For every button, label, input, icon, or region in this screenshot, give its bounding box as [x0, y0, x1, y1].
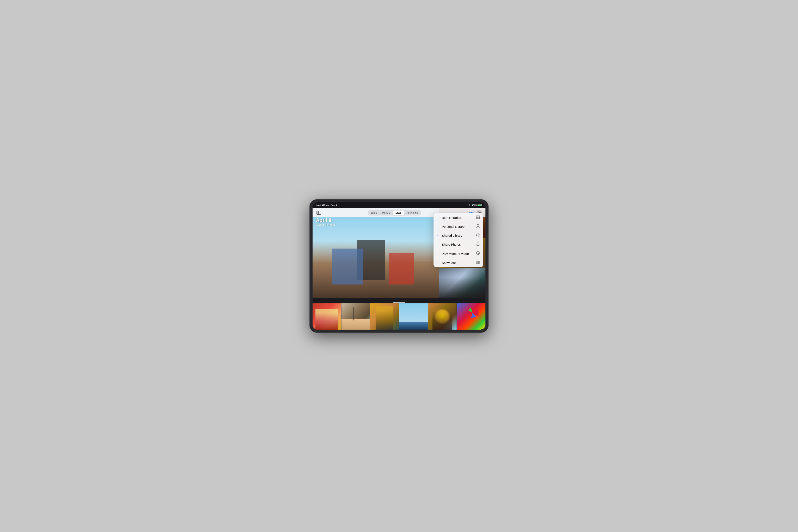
dot-3: [400, 209, 401, 210]
svg-point-6: [477, 225, 479, 226]
menu-label-shared: Shared Library: [442, 234, 462, 237]
thumb-1[interactable]: [312, 303, 341, 329]
screen: 9:41 AM Mon Jun 6 100%: [312, 203, 486, 329]
menu-label-share: Share Photos: [442, 243, 461, 246]
battery-fill: [478, 205, 481, 206]
svg-rect-4: [476, 217, 478, 218]
menu-icon-both-libraries: [476, 215, 480, 220]
sidebar-icon: [317, 211, 321, 215]
thumb-4[interactable]: [399, 303, 428, 329]
menu-item-personal-left: Personal Library: [437, 225, 464, 228]
battery-percent: 100%: [472, 204, 477, 207]
dropdown-menu[interactable]: Both Libraries Pe: [434, 213, 483, 267]
menu-item-shared-left: ✓ Shared Library: [437, 234, 462, 237]
status-time: 9:41 AM Mon Jun 6: [316, 204, 337, 207]
menu-item-both-libraries[interactable]: Both Libraries: [434, 213, 483, 222]
menu-label-personal: Personal Library: [442, 225, 464, 228]
sidebar-toggle-button[interactable]: [316, 210, 322, 215]
thumb-2-bg: [341, 303, 370, 329]
scroll-indicator: [393, 302, 405, 303]
time-segment-control[interactable]: Years Months Days All Photos: [368, 210, 421, 215]
menu-label-memory: Play Memory Video: [442, 252, 469, 255]
thumb-5-bg: [428, 303, 457, 329]
thumbnail-strip: [312, 303, 486, 329]
ipad-device: 9:41 AM Mon Jun 6 100%: [310, 200, 488, 332]
thumb-3-bg: [370, 303, 399, 329]
wifi-icon: [468, 204, 471, 207]
segment-years[interactable]: Years: [368, 210, 379, 215]
svg-point-8: [478, 233, 479, 235]
thumb-5[interactable]: [428, 303, 457, 329]
menu-icon-shared-library: [476, 233, 480, 238]
right-photo-3[interactable]: [439, 268, 486, 298]
menu-icon-show-map: [476, 260, 480, 265]
menu-item-shared-library[interactable]: ✓ Shared Library: [434, 231, 483, 240]
date-location: Lisbon, Portugal: [316, 223, 336, 226]
thumb-2[interactable]: [341, 303, 370, 329]
shirt-blue: [332, 249, 363, 285]
segment-all-photos[interactable]: All Photos: [404, 210, 420, 215]
battery-indicator: 100%: [472, 204, 482, 207]
menu-item-map-left: Show Map: [437, 261, 457, 265]
menu-label-both-libraries: Both Libraries: [442, 216, 461, 220]
menu-item-memory-left: Play Memory Video: [437, 252, 469, 255]
menu-icon-memory-video: [476, 251, 480, 256]
svg-point-0: [478, 212, 479, 213]
menu-item-share-left: Share Photos: [437, 243, 461, 246]
menu-item-share-photos[interactable]: Share Photos: [434, 240, 483, 249]
dot-1: [397, 209, 398, 210]
segment-days[interactable]: Days: [393, 210, 404, 215]
menu-icon-share-photos: [476, 242, 480, 247]
device-frame: 9:41 AM Mon Jun 6 100%: [310, 200, 488, 332]
status-indicators: 100%: [468, 204, 482, 207]
svg-rect-5: [478, 217, 480, 218]
menu-label-map: Show Map: [442, 261, 457, 265]
thumb-6[interactable]: [457, 303, 486, 329]
date-header: April 8 Lisbon, Portugal: [316, 217, 336, 226]
menu-item-show-map[interactable]: Show Map: [434, 258, 483, 267]
status-bar: 9:41 AM Mon Jun 6 100%: [312, 203, 486, 208]
thumb-1-bg: [312, 303, 341, 329]
thumb-3[interactable]: [370, 303, 399, 329]
thumb-6-bg: [457, 303, 486, 329]
menu-check-shared: ✓: [437, 234, 440, 237]
menu-item-memory-video[interactable]: Play Memory Video: [434, 249, 483, 258]
nav-left: [316, 210, 322, 215]
svg-point-7: [477, 234, 478, 235]
shirt-red: [388, 253, 414, 285]
svg-point-1: [480, 212, 481, 213]
right-photo-3-bg: [439, 268, 486, 298]
three-dots: [397, 209, 401, 210]
menu-item-both-libraries-left: Both Libraries: [437, 216, 461, 220]
menu-item-personal-library[interactable]: Personal Library: [434, 222, 483, 231]
svg-rect-3: [478, 216, 480, 217]
dot-2: [399, 209, 399, 210]
battery-icon: [478, 204, 482, 206]
segment-months[interactable]: Months: [380, 210, 393, 215]
menu-icon-personal-library: [476, 224, 480, 229]
thumb-4-bg: [399, 303, 428, 329]
date-title: April 8: [316, 217, 336, 223]
svg-rect-2: [476, 216, 478, 217]
